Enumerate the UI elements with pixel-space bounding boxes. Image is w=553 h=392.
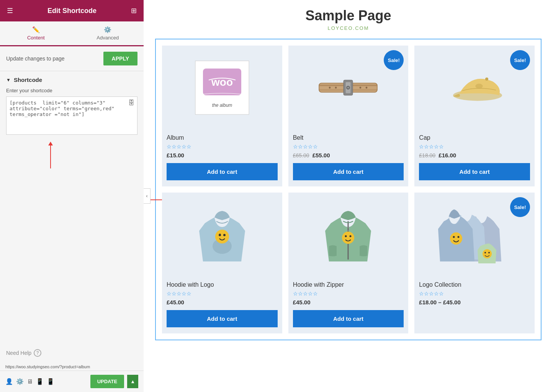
star-icon: ☆	[429, 144, 434, 150]
settings-icon[interactable]: ⚙️	[16, 378, 24, 385]
shortcode-title: Shortcode	[14, 77, 42, 83]
product-image-area	[162, 193, 282, 277]
svg-point-35	[488, 252, 490, 253]
svg-point-10	[347, 87, 349, 89]
price: £45.00	[167, 299, 184, 305]
product-card: Sale! Cap ☆☆☆☆☆ £18.00	[414, 46, 535, 186]
sidebar-header: ☰ Edit Shortcode ⊞	[0, 0, 144, 21]
product-name: Cap	[419, 134, 530, 141]
product-info: Belt ☆☆☆☆☆ £65.00 £55.00	[288, 130, 409, 163]
shortcode-header[interactable]: ▼ Shortcode	[6, 77, 137, 83]
add-to-cart-button[interactable]: Add to cart	[167, 163, 278, 180]
help-icon[interactable]: ?	[34, 349, 41, 357]
sale-badge: Sale!	[384, 50, 404, 70]
star-icon: ☆	[177, 144, 182, 150]
tab-content-label: Content	[27, 35, 45, 41]
svg-point-17	[485, 78, 488, 81]
product-info: Cap ☆☆☆☆☆ £18.00 £16.00	[414, 130, 535, 163]
monitor-icon[interactable]: 🖥	[27, 378, 33, 385]
svg-point-13	[360, 87, 362, 89]
product-name: Belt	[293, 134, 404, 141]
svg-point-21	[223, 234, 226, 236]
grid-icon[interactable]: ⊞	[131, 7, 137, 15]
tab-content[interactable]: ✏️ Content	[0, 21, 72, 46]
star-icon: ☆	[167, 144, 172, 150]
footer-icons: 👤 ⚙️ 🖥 📱 📱	[5, 378, 54, 385]
sidebar: ☰ Edit Shortcode ⊞ ✏️ Content ⚙️ Advance…	[0, 0, 144, 392]
svg-point-16	[476, 84, 483, 89]
page-subtitle: LOYCEO.COM	[155, 25, 542, 31]
star-icon: ☆	[419, 144, 424, 150]
svg-point-34	[484, 252, 486, 253]
svg-point-28	[345, 235, 347, 237]
add-to-cart-button[interactable]: Add to cart	[293, 163, 404, 180]
svg-point-11	[329, 87, 331, 89]
url-bar: https://woo.studyingseo.com/?product=alb…	[0, 363, 144, 371]
expand-arrow-icon: ▼	[6, 77, 11, 83]
mobile-icon[interactable]: 📱	[47, 378, 54, 385]
svg-point-32	[458, 236, 460, 238]
star-rating: ☆☆☆☆☆	[419, 144, 530, 150]
logo-collection-image	[436, 200, 513, 269]
hamburger-icon[interactable]: ☰	[7, 7, 13, 15]
price: £45.00	[293, 299, 311, 305]
apply-button[interactable]: APPLY	[103, 52, 137, 65]
product-card: Sale! Belt ☆☆☆☆☆	[288, 46, 409, 186]
star-rating: ☆☆☆☆☆	[293, 291, 404, 297]
price: £15.00	[167, 152, 184, 158]
price-new: £55.00	[312, 152, 330, 158]
update-button[interactable]: UPDATE	[90, 375, 124, 388]
star-icon: ☆	[313, 291, 318, 297]
product-card: Hoodie with Zipper ☆☆☆☆☆ £45.00 Add to c…	[288, 193, 409, 333]
star-icon: ☆	[303, 291, 308, 297]
star-icon: ☆	[313, 144, 318, 150]
tab-advanced-label: Advanced	[97, 35, 119, 41]
person-icon[interactable]: 👤	[5, 378, 13, 385]
star-icon: ☆	[439, 291, 444, 297]
star-icon: ☆	[293, 291, 298, 297]
sidebar-title: Edit Shortcode	[47, 7, 97, 15]
add-to-cart-button[interactable]: Add to cart	[419, 163, 530, 180]
add-to-cart-button[interactable]: Add to cart	[167, 310, 278, 327]
price-row: £45.00	[293, 299, 404, 305]
star-icon: ☆	[429, 291, 434, 297]
star-rating: ☆☆☆☆☆	[293, 144, 404, 150]
price-old: £65.00	[293, 152, 309, 158]
star-rating: ☆☆☆☆☆	[167, 291, 278, 297]
product-info: Hoodie with Zipper ☆☆☆☆☆ £45.00	[288, 277, 409, 310]
price-row: £18.00 £16.00	[419, 152, 530, 158]
star-icon: ☆	[298, 291, 303, 297]
product-card: Hoodie with Logo ☆☆☆☆☆ £45.00 Add to car…	[162, 193, 282, 333]
product-name: Hoodie with Zipper	[293, 281, 404, 288]
star-icon: ☆	[177, 291, 182, 297]
collapse-sidebar-button[interactable]: ‹	[144, 188, 151, 204]
star-icon: ☆	[172, 291, 177, 297]
apply-label: Update changes to page	[6, 56, 65, 62]
main-content: Sample Page LOYCEO.COM woo the album Alb…	[144, 0, 553, 392]
svg-point-29	[350, 235, 352, 237]
product-card: woo the album Album ☆☆☆☆☆ £15.00 Add to …	[162, 46, 282, 186]
arrow-head-up-icon	[48, 142, 53, 145]
hoodie-zipper-image	[319, 200, 377, 269]
tab-advanced[interactable]: ⚙️ Advanced	[72, 21, 144, 45]
update-dropdown-button[interactable]: ▲	[127, 375, 138, 388]
star-icon: ☆	[434, 291, 439, 297]
add-to-cart-button[interactable]: Add to cart	[293, 310, 404, 327]
shortcode-textarea[interactable]: [products limit="6" columns="3" attribut…	[6, 96, 137, 135]
price-old: £18.00	[419, 152, 435, 158]
sidebar-tabs: ✏️ Content ⚙️ Advanced	[0, 21, 144, 46]
gear-icon: ⚙️	[104, 26, 111, 33]
tablet-icon[interactable]: 📱	[36, 378, 44, 385]
need-help-row: Need Help ?	[0, 343, 144, 363]
sidebar-footer: 👤 ⚙️ 🖥 📱 📱 UPDATE ▲	[0, 371, 144, 392]
album-image: woo the album	[191, 57, 253, 118]
svg-point-30	[450, 232, 462, 245]
annotation-arrow-up	[48, 142, 53, 168]
product-image-area: woo the album	[162, 46, 282, 130]
svg-point-27	[342, 232, 354, 244]
product-name: Hoodie with Logo	[167, 281, 278, 288]
database-icon[interactable]: 🗄	[128, 100, 134, 106]
product-card: Sale!	[414, 193, 535, 333]
apply-row: Update changes to page APPLY	[0, 46, 144, 71]
product-info: Logo Collection ☆☆☆☆☆ £18.00 – £45.00	[414, 277, 535, 310]
